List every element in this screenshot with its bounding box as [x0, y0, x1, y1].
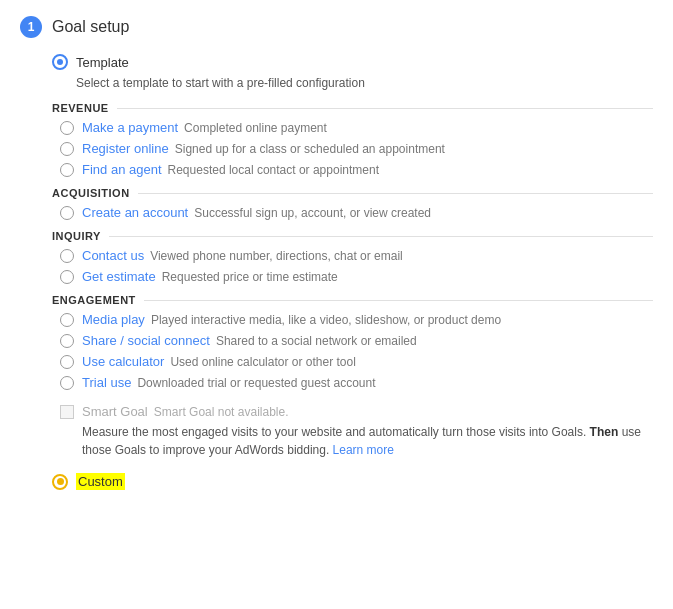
option-desc: Signed up for a class or scheduled an ap… [175, 142, 445, 156]
option-radio[interactable] [60, 355, 74, 369]
option-row[interactable]: Create an accountSuccessful sign up, acc… [60, 205, 653, 220]
option-radio[interactable] [60, 334, 74, 348]
option-radio[interactable] [60, 163, 74, 177]
option-label: Register online [82, 141, 169, 156]
option-label: Make a payment [82, 120, 178, 135]
option-row[interactable]: Share / social connectShared to a social… [60, 333, 653, 348]
custom-row[interactable]: Custom [52, 473, 653, 490]
option-desc: Successful sign up, account, or view cre… [194, 206, 431, 220]
option-label: Share / social connect [82, 333, 210, 348]
option-row[interactable]: Get estimateRequested price or time esti… [60, 269, 653, 284]
main-content: Template Select a template to start with… [52, 54, 653, 490]
option-label: Use calculator [82, 354, 164, 369]
section-header-inquiry: INQUIRY [52, 230, 653, 242]
option-row[interactable]: Trial useDownloaded trial or requested g… [60, 375, 653, 390]
option-radio[interactable] [60, 249, 74, 263]
smart-goal-label: Smart Goal [82, 404, 148, 419]
option-label: Contact us [82, 248, 144, 263]
option-desc: Used online calculator or other tool [170, 355, 355, 369]
option-radio[interactable] [60, 270, 74, 284]
option-desc: Played interactive media, like a video, … [151, 313, 501, 327]
option-label: Media play [82, 312, 145, 327]
option-row[interactable]: Make a paymentCompleted online payment [60, 120, 653, 135]
section-header-engagement: ENGAGEMENT [52, 294, 653, 306]
section-header-revenue: REVENUE [52, 102, 653, 114]
smart-goal-section: Smart Goal Smart Goal not available. Mea… [60, 404, 653, 459]
smart-goal-status: Smart Goal not available. [154, 405, 289, 419]
learn-more-link[interactable]: Learn more [333, 443, 394, 457]
option-label: Create an account [82, 205, 188, 220]
section-divider-inquiry [109, 236, 653, 237]
template-label: Template [76, 55, 129, 70]
template-subtitle: Select a template to start with a pre-fi… [76, 76, 653, 90]
section-label-engagement: ENGAGEMENT [52, 294, 136, 306]
section-label-revenue: REVENUE [52, 102, 109, 114]
sections-container: REVENUEMake a paymentCompleted online pa… [52, 102, 653, 390]
option-radio[interactable] [60, 142, 74, 156]
page-header: 1 Goal setup [20, 16, 653, 38]
option-label: Get estimate [82, 269, 156, 284]
option-radio[interactable] [60, 206, 74, 220]
template-option-row[interactable]: Template [52, 54, 653, 70]
section-divider-engagement [144, 300, 653, 301]
custom-section: Custom [52, 473, 653, 490]
section-inquiry: INQUIRYContact usViewed phone number, di… [52, 230, 653, 284]
step-number: 1 [20, 16, 42, 38]
custom-label: Custom [76, 473, 125, 490]
custom-radio[interactable] [52, 474, 68, 490]
option-label: Find an agent [82, 162, 162, 177]
option-desc: Completed online payment [184, 121, 327, 135]
option-row[interactable]: Media playPlayed interactive media, like… [60, 312, 653, 327]
section-divider-acquisition [138, 193, 653, 194]
option-desc: Shared to a social network or emailed [216, 334, 417, 348]
option-desc: Requested local contact or appointment [168, 163, 379, 177]
option-radio[interactable] [60, 121, 74, 135]
smart-goal-checkbox [60, 405, 74, 419]
section-revenue: REVENUEMake a paymentCompleted online pa… [52, 102, 653, 177]
section-label-acquisition: ACQUISITION [52, 187, 130, 199]
section-divider-revenue [117, 108, 653, 109]
template-radio[interactable] [52, 54, 68, 70]
option-row[interactable]: Contact usViewed phone number, direction… [60, 248, 653, 263]
option-desc: Viewed phone number, directions, chat or… [150, 249, 403, 263]
page-title: Goal setup [52, 18, 129, 36]
option-radio[interactable] [60, 376, 74, 390]
section-acquisition: ACQUISITIONCreate an accountSuccessful s… [52, 187, 653, 220]
option-label: Trial use [82, 375, 131, 390]
smart-goal-row: Smart Goal Smart Goal not available. [60, 404, 653, 419]
section-engagement: ENGAGEMENTMedia playPlayed interactive m… [52, 294, 653, 390]
option-desc: Requested price or time estimate [162, 270, 338, 284]
option-desc: Downloaded trial or requested guest acco… [137, 376, 375, 390]
option-row[interactable]: Use calculatorUsed online calculator or … [60, 354, 653, 369]
section-label-inquiry: INQUIRY [52, 230, 101, 242]
option-row[interactable]: Find an agentRequested local contact or … [60, 162, 653, 177]
smart-goal-description: Measure the most engaged visits to your … [82, 423, 653, 459]
section-header-acquisition: ACQUISITION [52, 187, 653, 199]
option-radio[interactable] [60, 313, 74, 327]
option-row[interactable]: Register onlineSigned up for a class or … [60, 141, 653, 156]
